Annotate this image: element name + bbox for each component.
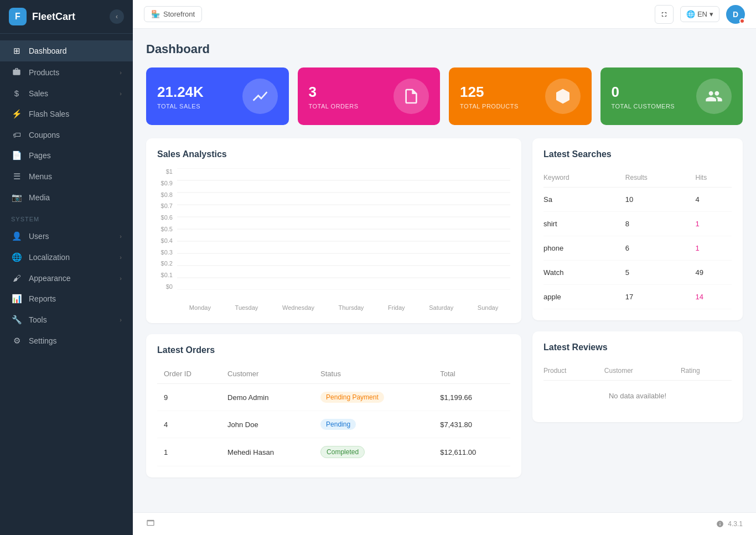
sidebar-item-coupons[interactable]: 🏷 Coupons bbox=[0, 124, 133, 145]
order-total: $12,611.00 bbox=[433, 438, 510, 466]
sidebar-item-tools[interactable]: 🔧 Tools › bbox=[0, 309, 133, 330]
stat-card-orders: 3 TOTAL ORDERS bbox=[298, 67, 441, 125]
chevron-right-icon: › bbox=[120, 90, 122, 97]
sidebar-item-users[interactable]: 👤 Users › bbox=[0, 226, 133, 247]
sidebar-item-label: Localization bbox=[29, 253, 120, 262]
orders-table-head: Order ID Customer Status Total bbox=[157, 364, 510, 384]
no-data-message: No data available! bbox=[543, 381, 732, 412]
total-sales-label: TOTAL SALES bbox=[157, 103, 204, 110]
stat-card-sales: 21.24K TOTAL SALES bbox=[146, 67, 289, 125]
coupon-icon: 🏷 bbox=[11, 130, 22, 139]
searches-table: Keyword Results Hits Sa 10 4 bbox=[543, 168, 732, 309]
orders-table: Order ID Customer Status Total 9 Demo Ad… bbox=[157, 364, 510, 466]
status-badge: Completed bbox=[320, 446, 365, 458]
sidebar-item-settings[interactable]: ⚙ Settings bbox=[0, 330, 133, 351]
sidebar-item-localization[interactable]: 🌐 Localization › bbox=[0, 247, 133, 268]
latest-orders-card: Latest Orders Order ID Customer Status T… bbox=[146, 334, 521, 477]
search-results: 8 bbox=[625, 212, 696, 236]
sidebar-item-products[interactable]: Products › bbox=[0, 61, 133, 83]
orders-title: Latest Orders bbox=[157, 345, 510, 355]
chevron-down-icon: ▾ bbox=[710, 10, 713, 18]
footer: 4.3.1 bbox=[133, 512, 756, 535]
sidebar-item-label: Appearance bbox=[29, 274, 120, 283]
col-order-id: Order ID bbox=[157, 364, 221, 384]
orders-header-row: Order ID Customer Status Total bbox=[157, 364, 510, 384]
list-item: shirt 8 1 bbox=[543, 212, 732, 236]
storefront-label: Storefront bbox=[163, 10, 195, 18]
search-keyword: apple bbox=[543, 285, 625, 309]
search-hits: 1 bbox=[696, 212, 732, 236]
main-content: Dashboard 21.24K TOTAL SALES 3 TOTAL ORD… bbox=[133, 29, 756, 512]
localization-icon: 🌐 bbox=[11, 252, 22, 262]
sidebar-item-label: Media bbox=[29, 193, 122, 202]
users-icon: 👤 bbox=[11, 231, 22, 241]
fullscreen-button[interactable] bbox=[655, 5, 674, 24]
order-id: 1 bbox=[157, 438, 221, 466]
reviews-table-body: No data available! bbox=[543, 381, 732, 412]
settings-icon: ⚙ bbox=[11, 336, 22, 346]
table-row: 1 Mehedi Hasan Completed $12,611.00 bbox=[157, 438, 510, 466]
sidebar-item-reports[interactable]: 📊 Reports bbox=[0, 288, 133, 309]
media-icon: 📷 bbox=[11, 193, 22, 202]
sidebar-item-label: Dashboard bbox=[29, 46, 122, 55]
search-keyword: Watch bbox=[543, 261, 625, 285]
language-selector[interactable]: 🌐 EN ▾ bbox=[680, 6, 719, 22]
latest-reviews-card: Latest Reviews Product Customer Rating N… bbox=[532, 331, 743, 422]
sidebar-toggle[interactable]: ‹ bbox=[110, 9, 124, 24]
col-keyword: Keyword bbox=[543, 168, 625, 188]
list-item: Sa 10 4 bbox=[543, 188, 732, 212]
sidebar-item-label: Tools bbox=[29, 315, 120, 324]
stat-card-products: 125 TOTAL PRODUCTS bbox=[449, 67, 592, 125]
version-number: 4.3.1 bbox=[728, 520, 743, 528]
system-section-label: SYSTEM bbox=[0, 208, 133, 226]
col-status: Status bbox=[314, 364, 433, 384]
order-total: $1,199.66 bbox=[433, 384, 510, 411]
sidebar-item-label: Pages bbox=[29, 151, 122, 160]
chart-y-axis: $1 $0.9 $0.8 $0.7 $0.6 $0.5 $0.4 $0.3 $0… bbox=[157, 168, 177, 290]
order-customer: Mehedi Hasan bbox=[221, 438, 314, 466]
col-results: Results bbox=[625, 168, 696, 188]
col-customer: Customer bbox=[221, 364, 314, 384]
footer-icon bbox=[146, 518, 155, 529]
col-customer: Customer bbox=[604, 361, 681, 381]
orders-stat-icon bbox=[393, 79, 429, 114]
sidebar-item-dashboard[interactable]: ⊞ Dashboard bbox=[0, 40, 133, 61]
sales-icon: $ bbox=[11, 89, 22, 98]
search-results: 17 bbox=[625, 285, 696, 309]
products-icon bbox=[11, 67, 22, 77]
sidebar-item-label: Sales bbox=[29, 89, 120, 98]
sidebar-item-sales[interactable]: $ Sales › bbox=[0, 83, 133, 103]
appearance-icon: 🖌 bbox=[11, 273, 22, 283]
searches-title: Latest Searches bbox=[543, 149, 732, 159]
sidebar-item-appearance[interactable]: 🖌 Appearance › bbox=[0, 268, 133, 288]
sidebar: F FleetCart ‹ ⊞ Dashboard Products › $ S… bbox=[0, 0, 133, 535]
col-total: Total bbox=[433, 364, 510, 384]
chevron-right-icon: › bbox=[120, 254, 122, 261]
total-customers-value: 0 bbox=[612, 84, 675, 101]
sidebar-item-label: Settings bbox=[29, 336, 122, 345]
latest-searches-card: Latest Searches Keyword Results Hits Sa bbox=[532, 138, 743, 320]
sidebar-item-pages[interactable]: 📄 Pages bbox=[0, 145, 133, 166]
storefront-button[interactable]: 🏪 Storefront bbox=[144, 6, 202, 22]
tools-icon: 🔧 bbox=[11, 315, 22, 325]
user-initial: D bbox=[733, 10, 738, 19]
right-column: Latest Searches Keyword Results Hits Sa bbox=[532, 138, 743, 489]
order-status: Completed bbox=[314, 438, 433, 466]
sales-analytics-card: Sales Analystics $1 $0.9 $0.8 $0.7 $0.6 … bbox=[146, 138, 521, 323]
status-badge: Pending Payment bbox=[320, 392, 384, 403]
sidebar-item-label: Reports bbox=[29, 294, 122, 303]
topbar: 🏪 Storefront 🌐 EN ▾ D bbox=[133, 0, 756, 29]
chart-plot-area bbox=[177, 168, 510, 290]
sidebar-item-flash-sales[interactable]: ⚡ Flash Sales bbox=[0, 103, 133, 124]
stats-row: 21.24K TOTAL SALES 3 TOTAL ORDERS 125 bbox=[146, 67, 743, 125]
user-avatar[interactable]: D bbox=[726, 5, 745, 24]
two-column-layout: Sales Analystics $1 $0.9 $0.8 $0.7 $0.6 … bbox=[146, 138, 743, 489]
chevron-right-icon: › bbox=[120, 316, 122, 323]
chevron-right-icon: › bbox=[120, 233, 122, 240]
col-product: Product bbox=[543, 361, 604, 381]
sidebar-item-menus[interactable]: ☰ Menus bbox=[0, 166, 133, 187]
reviews-header-row: Product Customer Rating bbox=[543, 361, 732, 381]
list-item: apple 17 14 bbox=[543, 285, 732, 309]
status-badge: Pending bbox=[320, 419, 356, 430]
sidebar-item-media[interactable]: 📷 Media bbox=[0, 187, 133, 208]
